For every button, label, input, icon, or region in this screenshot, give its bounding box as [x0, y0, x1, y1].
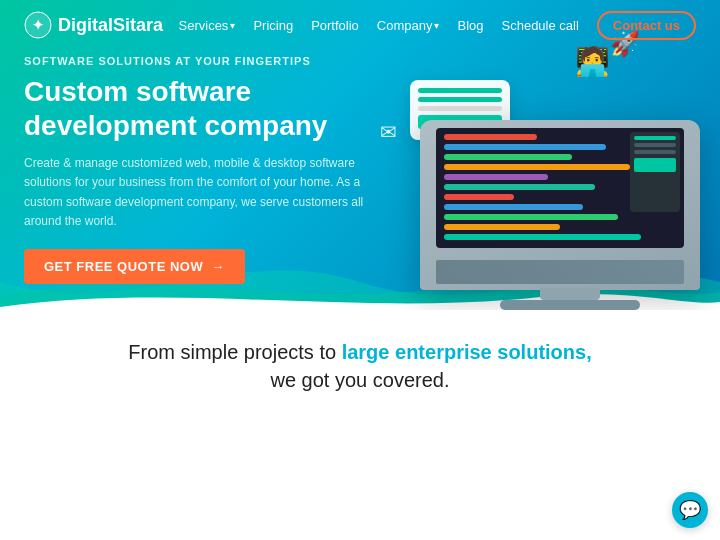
tagline: From simple projects to large enterprise… — [0, 310, 720, 410]
nav-links: Services Pricing Portfolio Company Blog … — [179, 11, 696, 40]
contact-us-button[interactable]: Contact us — [597, 11, 696, 40]
nav-portfolio[interactable]: Portfolio — [311, 18, 359, 33]
envelope-icon: ✉ — [380, 120, 397, 144]
nav-blog[interactable]: Blog — [457, 18, 483, 33]
hero-sub-heading: Software Solutions At Your Fingertips — [24, 55, 364, 67]
laptop-illustration — [420, 120, 700, 290]
hero-title: Custom software development company — [24, 75, 364, 142]
hero-section: ✦ DigitalSitara Services Pricing Portfol… — [0, 0, 720, 320]
nav-pricing[interactable]: Pricing — [253, 18, 293, 33]
hero-description: Create & manage customized web, mobile &… — [24, 154, 364, 231]
laptop-screen — [436, 128, 684, 248]
nav-schedule[interactable]: Schedule call — [502, 18, 579, 33]
logo[interactable]: ✦ DigitalSitara — [24, 11, 163, 39]
cta-button[interactable]: GET FREE QUOTE NOW → — [24, 249, 245, 284]
svg-text:✦: ✦ — [32, 17, 44, 33]
nav-company[interactable]: Company — [377, 18, 440, 33]
navbar: ✦ DigitalSitara Services Pricing Portfol… — [0, 0, 720, 50]
brand-name: DigitalSitara — [58, 15, 163, 36]
below-hero-section: From simple projects to large enterprise… — [0, 310, 720, 540]
laptop-foot — [500, 300, 640, 310]
hero-content: Software Solutions At Your Fingertips Cu… — [24, 55, 364, 284]
hero-illustration: ✉ 🚀 🧑‍💻 — [350, 20, 720, 320]
laptop-stand — [540, 288, 600, 300]
nav-services[interactable]: Services — [179, 18, 236, 33]
chat-fab-button[interactable]: 💬 — [672, 492, 708, 528]
